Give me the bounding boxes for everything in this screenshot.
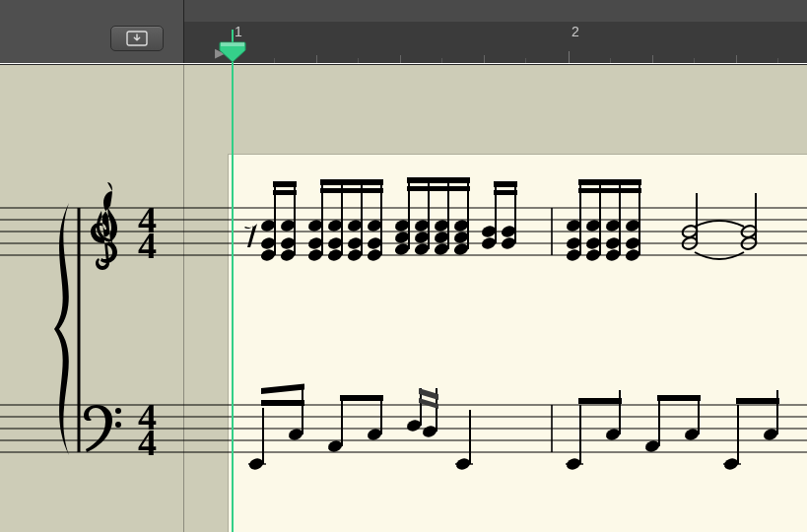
note[interactable] [247,408,266,472]
ruler-tick [652,55,653,63]
beam [736,398,779,404]
svg-text:4: 4 [138,422,157,463]
beam [657,395,701,401]
beam [261,383,304,394]
treble-clef-icon [91,182,117,270]
beam [261,400,304,406]
ruler-tick [736,55,737,63]
svg-text:4: 4 [138,225,157,266]
ruler-tick [441,58,442,63]
ruler-tick [569,51,570,63]
note[interactable] [326,395,343,454]
tie [695,221,744,227]
beam [273,190,297,195]
svg-point-14 [115,422,121,428]
note[interactable] [683,395,700,442]
playhead-handle[interactable] [219,41,246,63]
note[interactable] [681,193,699,251]
ruler-tick [358,58,359,63]
ruler-tick [484,55,485,63]
playhead[interactable] [232,30,234,532]
ruler-bar-number: 1 [235,24,242,39]
note[interactable] [287,388,303,442]
note[interactable] [722,405,741,472]
note[interactable] [405,388,438,439]
beam [320,179,383,185]
ruler-tick [400,55,401,63]
time-signature-treble: 4 4 [138,199,157,266]
note[interactable] [643,395,660,454]
time-signature-bass: 4 4 [138,396,157,463]
beam [578,179,641,185]
beam [320,188,383,193]
beam [494,190,517,195]
bass-staff [0,405,807,452]
beam [407,186,470,191]
ruler-tick [610,58,611,63]
ruler-tick [316,55,317,63]
note[interactable] [565,405,583,472]
ruler-tick [525,58,526,63]
svg-point-13 [115,408,121,414]
score-notation[interactable]: 4 4 4 4 [0,65,807,532]
ruler-bar-number: 2 [572,24,579,39]
beam [407,177,470,183]
beam [578,188,641,193]
ruler-tick [274,58,275,63]
catalog-download-icon [126,31,148,46]
beam [273,181,297,187]
ruler-tick [777,58,778,63]
beam [494,181,517,187]
beam [340,395,383,401]
note[interactable] [762,390,778,442]
score-canvas[interactable]: 4 4 4 4 [0,64,807,532]
note[interactable] [604,390,621,442]
catalog-button[interactable] [110,26,164,51]
beam [578,398,622,404]
note[interactable] [366,395,382,442]
track-header-panel [0,0,184,63]
ruler-tick [694,58,695,63]
note[interactable] [740,193,758,251]
